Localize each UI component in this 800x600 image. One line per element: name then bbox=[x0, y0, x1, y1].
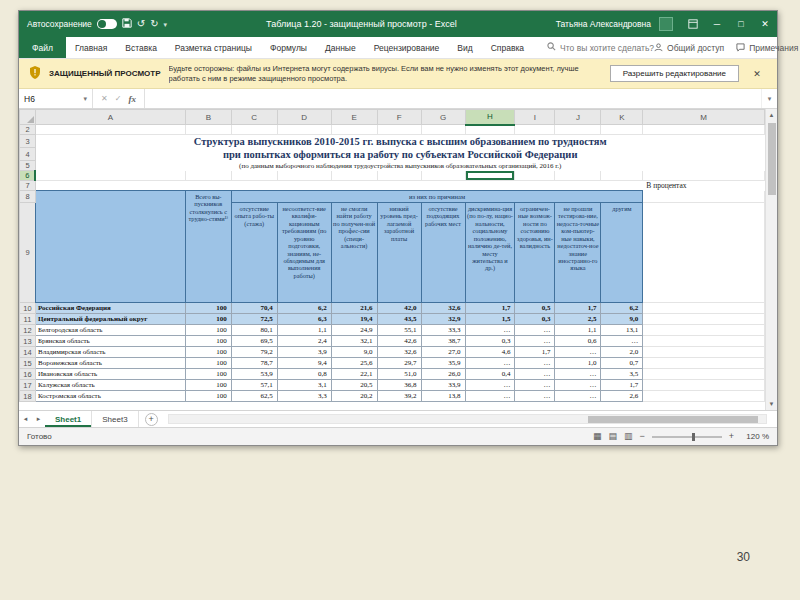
row-header-16[interactable]: 16 bbox=[20, 369, 36, 380]
value-cell[interactable]: 9,0 bbox=[331, 347, 377, 358]
row-header-14[interactable]: 14 bbox=[20, 347, 36, 358]
value-cell[interactable]: 62,5 bbox=[231, 391, 277, 402]
value-cell[interactable]: … bbox=[555, 391, 601, 402]
value-cell[interactable]: 20,2 bbox=[331, 391, 377, 402]
header-causes-span[interactable]: из них по причинам bbox=[231, 191, 643, 203]
cell-H2[interactable] bbox=[465, 125, 515, 135]
cell-J6[interactable] bbox=[555, 171, 601, 181]
cell-K6[interactable] bbox=[601, 171, 643, 181]
column-header-H[interactable]: H bbox=[465, 110, 515, 125]
value-cell[interactable]: 43,5 bbox=[377, 314, 421, 325]
value-cell[interactable]: 0,8 bbox=[277, 369, 331, 380]
row-header-4[interactable]: 4 bbox=[20, 148, 36, 161]
horizontal-scroll-thumb[interactable] bbox=[588, 416, 758, 423]
value-cell[interactable]: … bbox=[465, 325, 515, 336]
ribbon-tab-Справка[interactable]: Справка bbox=[482, 37, 533, 58]
scroll-up-icon[interactable]: ▲ bbox=[766, 109, 777, 121]
value-cell[interactable]: 100 bbox=[185, 391, 231, 402]
cell-E2[interactable] bbox=[331, 125, 377, 135]
cell-F6[interactable] bbox=[377, 171, 421, 181]
value-cell[interactable]: 32,9 bbox=[421, 314, 465, 325]
value-cell[interactable]: 38,7 bbox=[421, 336, 465, 347]
cell-A6[interactable] bbox=[35, 171, 185, 181]
sheet-tab-Sheet3[interactable]: Sheet3 bbox=[92, 411, 138, 427]
value-cell[interactable]: … bbox=[515, 380, 555, 391]
cell-M13[interactable] bbox=[643, 336, 765, 347]
cell-M10[interactable] bbox=[643, 303, 765, 314]
value-cell[interactable]: 3,5 bbox=[601, 369, 643, 380]
ribbon-tab-Данные[interactable]: Данные bbox=[316, 37, 365, 58]
value-cell[interactable]: 32,1 bbox=[331, 336, 377, 347]
value-cell[interactable]: 1,7 bbox=[601, 380, 643, 391]
zoom-out-icon[interactable]: − bbox=[639, 432, 644, 441]
cell-M14[interactable] bbox=[643, 347, 765, 358]
value-cell[interactable]: … bbox=[465, 391, 515, 402]
value-cell[interactable]: 51,0 bbox=[377, 369, 421, 380]
value-cell[interactable]: 53,9 bbox=[231, 369, 277, 380]
value-cell[interactable]: 1,1 bbox=[555, 325, 601, 336]
header-cause-4[interactable]: низкий уровень пред-лагаемой заработной … bbox=[377, 203, 421, 303]
page-break-view-icon[interactable]: ▥ bbox=[624, 432, 633, 441]
value-cell[interactable]: 0,5 bbox=[515, 303, 555, 314]
value-cell[interactable]: 42,6 bbox=[377, 336, 421, 347]
avatar[interactable] bbox=[659, 17, 673, 31]
cell-E6[interactable] bbox=[331, 171, 377, 181]
value-cell[interactable]: 100 bbox=[185, 369, 231, 380]
value-cell[interactable]: … bbox=[555, 347, 601, 358]
value-cell[interactable]: 3,3 bbox=[277, 391, 331, 402]
value-cell[interactable]: 13,1 bbox=[601, 325, 643, 336]
cell-B6[interactable] bbox=[185, 171, 231, 181]
units-note[interactable]: В процентах bbox=[35, 181, 764, 191]
autosave-toggle[interactable] bbox=[97, 19, 117, 29]
value-cell[interactable]: 79,2 bbox=[231, 347, 277, 358]
ribbon-display-options-icon[interactable] bbox=[681, 11, 705, 37]
column-header-F[interactable]: F bbox=[377, 110, 421, 125]
region-name[interactable]: Брянская область bbox=[35, 336, 185, 347]
formula-input[interactable] bbox=[145, 89, 761, 108]
cell-M16[interactable] bbox=[643, 369, 765, 380]
value-cell[interactable]: 100 bbox=[185, 336, 231, 347]
value-cell[interactable]: … bbox=[515, 336, 555, 347]
ribbon-tab-Вставка[interactable]: Вставка bbox=[116, 37, 166, 58]
value-cell[interactable]: … bbox=[601, 336, 643, 347]
cell-G6[interactable] bbox=[421, 171, 465, 181]
region-name[interactable]: Белгородская область bbox=[35, 325, 185, 336]
column-header-K[interactable]: K bbox=[601, 110, 643, 125]
value-cell[interactable]: 55,1 bbox=[377, 325, 421, 336]
column-header-A[interactable]: A bbox=[35, 110, 185, 125]
header-cause-9[interactable]: другим bbox=[601, 203, 643, 303]
value-cell[interactable]: 2,6 bbox=[601, 391, 643, 402]
sheet-nav-left-icon[interactable]: ◂ bbox=[19, 415, 32, 423]
value-cell[interactable]: 25,6 bbox=[331, 358, 377, 369]
ribbon-tab-Файл[interactable]: Файл bbox=[19, 37, 66, 58]
value-cell[interactable]: 3,9 bbox=[277, 347, 331, 358]
cell-I2[interactable] bbox=[515, 125, 555, 135]
value-cell[interactable]: 6,2 bbox=[601, 303, 643, 314]
value-cell[interactable]: 1,5 bbox=[465, 314, 515, 325]
row-header-9[interactable]: 9 bbox=[20, 203, 36, 303]
cell-M15[interactable] bbox=[643, 358, 765, 369]
value-cell[interactable]: 0,6 bbox=[555, 336, 601, 347]
enable-editing-button[interactable]: Разрешить редактирование bbox=[610, 65, 739, 82]
row-header-8[interactable]: 8 bbox=[20, 191, 36, 203]
row-header-13[interactable]: 13 bbox=[20, 336, 36, 347]
value-cell[interactable]: 0,3 bbox=[465, 336, 515, 347]
zoom-slider[interactable] bbox=[652, 436, 722, 438]
value-cell[interactable]: 2,5 bbox=[555, 314, 601, 325]
value-cell[interactable]: 24,9 bbox=[331, 325, 377, 336]
value-cell[interactable]: 26,0 bbox=[421, 369, 465, 380]
value-cell[interactable]: 27,0 bbox=[421, 347, 465, 358]
cell-M2[interactable] bbox=[643, 125, 765, 135]
value-cell[interactable]: 100 bbox=[185, 314, 231, 325]
value-cell[interactable]: 29,7 bbox=[377, 358, 421, 369]
value-cell[interactable]: 3,1 bbox=[277, 380, 331, 391]
value-cell[interactable]: 33,9 bbox=[421, 380, 465, 391]
header-cause-3[interactable]: не смогли найти работу по получен-ной пр… bbox=[331, 203, 377, 303]
value-cell[interactable]: … bbox=[515, 325, 555, 336]
value-cell[interactable]: 6,3 bbox=[277, 314, 331, 325]
row-header-6[interactable]: 6 bbox=[20, 171, 36, 181]
scroll-down-icon[interactable]: ▼ bbox=[766, 398, 777, 410]
value-cell[interactable]: 1,1 bbox=[277, 325, 331, 336]
new-sheet-button[interactable]: + bbox=[145, 413, 158, 426]
value-cell[interactable]: … bbox=[515, 369, 555, 380]
